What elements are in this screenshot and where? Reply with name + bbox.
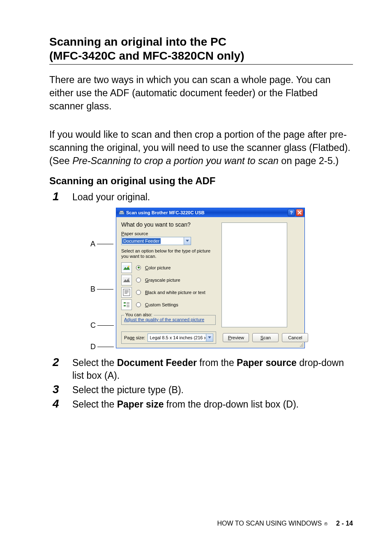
- radio-icon: [136, 302, 141, 307]
- radio-icon: [136, 278, 141, 283]
- custom-settings-icon: [121, 299, 132, 310]
- adjust-quality-link[interactable]: Adjust the quality of the scanned pictur…: [124, 317, 204, 322]
- option-bw-label: Black and white picture or text: [145, 290, 205, 295]
- svg-point-22: [301, 346, 302, 347]
- para2-italic: Pre-Scanning to crop a portion you want …: [72, 155, 279, 166]
- paper-source-select[interactable]: Document Feeder: [121, 237, 191, 245]
- page-size-select[interactable]: Legal 8.5 x 14 inches (216 x 356 mm): [148, 334, 213, 342]
- close-button[interactable]: [296, 209, 303, 216]
- step-2: 2 Select the Document Feeder from the Pa…: [53, 356, 353, 382]
- svg-point-23: [302, 346, 303, 347]
- scan-dialog: Scan using Brother MFC-3220C USB ? What …: [116, 208, 305, 348]
- intro-paragraph-1: There are two ways in which you can scan…: [49, 74, 353, 113]
- svg-point-19: [301, 345, 302, 345]
- svg-rect-13: [124, 305, 126, 306]
- picture-type-group: Color picture Color picture Grayscale pi…: [121, 262, 216, 311]
- page-size-value: Legal 8.5 x 14 inches (216 x 356 mm): [148, 335, 205, 340]
- step-number: 2: [53, 356, 72, 369]
- preview-button[interactable]: Preview: [223, 333, 249, 342]
- scan-button[interactable]: Scan: [252, 333, 279, 342]
- scanner-icon: [119, 210, 125, 215]
- svg-rect-1: [120, 211, 123, 212]
- resize-grip-icon[interactable]: [299, 342, 304, 347]
- svg-point-20: [302, 345, 303, 345]
- dialog-titlebar[interactable]: Scan using Brother MFC-3220C USB ?: [116, 208, 304, 217]
- sub-heading: Scanning an original using the ADF: [49, 175, 353, 187]
- option-color[interactable]: Color picture Color picture: [121, 262, 216, 274]
- page-size-row: Page size: Page size: Legal 8.5 x 14 inc…: [121, 331, 216, 344]
- option-grayscale[interactable]: Grayscale picture Grayscale picture: [121, 274, 216, 286]
- footer-text: HOW TO SCAN USING WINDOWS: [217, 520, 322, 527]
- preview-area: [221, 222, 287, 327]
- registered-icon: ®: [324, 521, 327, 526]
- dialog-title: Scan using Brother MFC-3220C USB: [126, 210, 205, 215]
- callout-A: A: [90, 240, 95, 248]
- svg-point-21: [300, 346, 301, 347]
- step-text: Load your original.: [72, 191, 150, 204]
- radio-icon: [136, 265, 141, 270]
- step-number: 4: [53, 397, 72, 410]
- paper-source-label: PPaper sourceaper source: [121, 231, 216, 236]
- option-bw[interactable]: Black and white picture or text Black an…: [121, 286, 216, 299]
- step-number: 3: [53, 383, 72, 396]
- page-footer: HOW TO SCAN USING WINDOWS® 2 - 14: [217, 520, 353, 527]
- cancel-button[interactable]: Cancel: [282, 333, 308, 342]
- callout-D: D: [90, 343, 96, 351]
- option-custom[interactable]: Custom Settings Custom Settings: [121, 299, 216, 311]
- bw-text-icon: [121, 287, 132, 298]
- you-can-also-group: You can also: Adjust the quality of the …: [121, 315, 216, 325]
- step-text: Select the Document Feeder from the Pape…: [72, 357, 353, 382]
- step-text: Select the picture type (B).: [72, 384, 184, 396]
- main-heading: Scanning an original into the PC (MFC-34…: [49, 35, 353, 65]
- also-label: You can also:: [124, 312, 154, 317]
- option-custom-label: Custom Settings: [145, 302, 178, 307]
- svg-rect-8: [123, 289, 130, 296]
- svg-rect-0: [119, 212, 124, 214]
- svg-rect-12: [124, 302, 126, 303]
- step-1: 1 Load your original.: [53, 190, 353, 204]
- step-4: 4 Select the Paper size from the drop-do…: [53, 397, 353, 411]
- picture-type-hint: Select an option below for the type of p…: [121, 248, 216, 259]
- svg-point-4: [128, 266, 129, 267]
- para2-part2: on page 2-5.): [279, 155, 339, 166]
- color-picture-icon: [121, 262, 132, 273]
- intro-paragraph-2: If you would like to scan and then crop …: [49, 128, 353, 167]
- svg-point-18: [302, 343, 303, 344]
- callout-labels: A B C D: [90, 208, 115, 348]
- radio-icon: [136, 290, 141, 295]
- help-button[interactable]: ?: [288, 209, 295, 216]
- grayscale-picture-icon: [121, 275, 132, 285]
- callout-C: C: [90, 321, 96, 330]
- page-number: 2 - 14: [336, 520, 353, 527]
- step-text: Select the Paper size from the drop-down…: [72, 398, 299, 411]
- step-3: 3 Select the picture type (B).: [53, 383, 353, 396]
- step-number: 1: [53, 190, 72, 203]
- paper-source-value: Document Feeder: [122, 238, 161, 244]
- option-color-label: Color picture: [145, 265, 171, 270]
- dialog-question: What do you want to scan?: [121, 221, 216, 228]
- pagesize-label: Page size:: [124, 335, 145, 340]
- chevron-down-icon: [206, 334, 213, 341]
- callout-B: B: [90, 285, 95, 294]
- heading-text: Scanning an original into the PC (MFC-34…: [49, 35, 244, 62]
- option-grayscale-label: Grayscale picture: [145, 278, 180, 283]
- chevron-down-icon: [184, 237, 191, 245]
- svg-point-7: [128, 278, 129, 280]
- dialog-figure: A B C D Scan using Brother MFC-3220C USB…: [90, 208, 353, 348]
